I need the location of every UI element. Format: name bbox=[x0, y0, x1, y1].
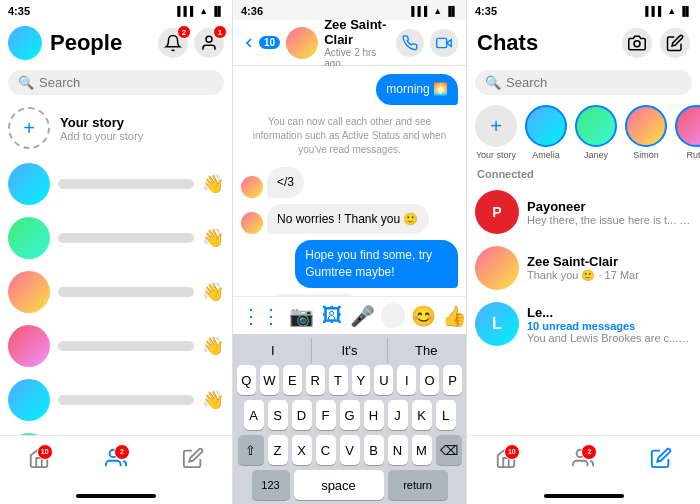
mic-icon[interactable]: 🎤 bbox=[350, 304, 375, 328]
icon-badge-2[interactable]: 1 bbox=[194, 28, 224, 58]
camera-chats-button[interactable] bbox=[622, 28, 652, 58]
suggestion-the[interactable]: The bbox=[388, 338, 464, 363]
compose-chats-button[interactable] bbox=[660, 28, 690, 58]
wave-icon[interactable]: 👋 bbox=[202, 389, 224, 411]
icon-badge-1[interactable]: 2 bbox=[158, 28, 188, 58]
chat-list-item-zee[interactable]: Zee Saint-Clair Thank you 🙂 · 17 Mar bbox=[467, 240, 700, 296]
svg-point-4 bbox=[634, 41, 640, 47]
key-x[interactable]: X bbox=[292, 435, 312, 465]
key-u[interactable]: U bbox=[374, 365, 393, 395]
camera-icon[interactable]: 📷 bbox=[289, 304, 314, 328]
battery-icon: ▐▌ bbox=[211, 6, 224, 16]
chat-name: Zee Saint-Clair bbox=[324, 17, 390, 47]
key-b[interactable]: B bbox=[364, 435, 384, 465]
chat-list-item-lewis[interactable]: L Le... 10 unread messages You and Lewis… bbox=[467, 296, 700, 352]
key-z[interactable]: Z bbox=[268, 435, 288, 465]
chat-header-actions bbox=[396, 29, 458, 57]
key-c[interactable]: C bbox=[316, 435, 336, 465]
key-r[interactable]: R bbox=[306, 365, 325, 395]
key-q[interactable]: Q bbox=[237, 365, 256, 395]
key-g[interactable]: G bbox=[340, 400, 360, 430]
key-j[interactable]: J bbox=[388, 400, 408, 430]
story-item-ruth[interactable]: Ruth bbox=[675, 105, 700, 160]
message-input-wrap bbox=[381, 303, 405, 328]
bottom-nav-home[interactable]: 10 bbox=[28, 447, 50, 469]
avatar bbox=[8, 271, 50, 313]
system-message: You can now call each other and see info… bbox=[241, 111, 458, 161]
list-item[interactable]: 👋 bbox=[0, 427, 232, 435]
key-a[interactable]: A bbox=[244, 400, 264, 430]
key-o[interactable]: O bbox=[420, 365, 439, 395]
image-icon[interactable]: 🖼 bbox=[322, 304, 342, 327]
wave-icon[interactable]: 👋 bbox=[202, 281, 224, 303]
signal-icon-chat: ▌▌▌ bbox=[411, 6, 430, 16]
wifi-icon-chat: ▲ bbox=[433, 6, 442, 16]
key-123[interactable]: 123 bbox=[252, 470, 290, 500]
key-f[interactable]: F bbox=[316, 400, 336, 430]
chat-list-item-payoneer[interactable]: P Payoneer Hey there, the issue here is … bbox=[467, 184, 700, 240]
add-story-button-chats[interactable]: + bbox=[475, 105, 517, 147]
search-bar-chats[interactable]: 🔍 bbox=[475, 70, 692, 95]
suggestion-its[interactable]: It's bbox=[312, 338, 389, 363]
call-button[interactable] bbox=[396, 29, 424, 57]
video-button[interactable] bbox=[430, 29, 458, 57]
key-space[interactable]: space bbox=[294, 470, 384, 500]
wave-icon[interactable]: 👋 bbox=[202, 335, 224, 357]
key-w[interactable]: W bbox=[260, 365, 279, 395]
bottom-nav-compose[interactable] bbox=[182, 447, 204, 469]
wifi-icon-chats: ▲ bbox=[667, 6, 676, 16]
svg-rect-3 bbox=[437, 38, 447, 47]
key-e[interactable]: E bbox=[283, 365, 302, 395]
header-icons: 2 1 bbox=[158, 28, 224, 58]
search-input-chats[interactable] bbox=[506, 75, 682, 90]
search-input-people[interactable] bbox=[39, 75, 214, 90]
key-p[interactable]: P bbox=[443, 365, 462, 395]
sender-avatar bbox=[241, 176, 263, 198]
key-s[interactable]: S bbox=[268, 400, 288, 430]
list-item[interactable]: 👋 bbox=[0, 319, 232, 373]
emoji-icon[interactable]: 😊 bbox=[411, 304, 436, 328]
key-backspace[interactable]: ⌫ bbox=[436, 435, 462, 465]
key-l[interactable]: L bbox=[436, 400, 456, 430]
bottom-nav-compose-chats[interactable] bbox=[650, 447, 672, 469]
key-return[interactable]: return bbox=[388, 470, 448, 500]
key-v[interactable]: V bbox=[340, 435, 360, 465]
key-h[interactable]: H bbox=[364, 400, 384, 430]
key-shift[interactable]: ⇧ bbox=[238, 435, 264, 465]
home-indicator-chats bbox=[467, 481, 700, 504]
home-bar bbox=[76, 494, 156, 498]
wave-icon[interactable]: 👋 bbox=[202, 173, 224, 195]
story-item-simon[interactable]: Simon bbox=[625, 105, 667, 160]
story-item-amelia[interactable]: Amelia bbox=[525, 105, 567, 160]
svg-point-0 bbox=[206, 36, 212, 42]
key-m[interactable]: M bbox=[412, 435, 432, 465]
key-n[interactable]: N bbox=[388, 435, 408, 465]
list-item[interactable]: 👋 bbox=[0, 373, 232, 427]
key-k[interactable]: K bbox=[412, 400, 432, 430]
grid-icon[interactable]: ⋮⋮ bbox=[241, 304, 281, 328]
back-button[interactable]: 10 bbox=[241, 35, 280, 51]
list-item[interactable]: 👋 bbox=[0, 265, 232, 319]
search-bar-people[interactable]: 🔍 bbox=[8, 70, 224, 95]
wave-icon[interactable]: 👋 bbox=[202, 227, 224, 249]
key-i[interactable]: I bbox=[397, 365, 416, 395]
chat-info-payoneer: Payoneer Hey there, the issue here is t.… bbox=[527, 199, 692, 226]
key-y[interactable]: Y bbox=[352, 365, 371, 395]
like-send-icon[interactable]: 👍 bbox=[442, 304, 467, 328]
story-avatar-janey bbox=[575, 105, 617, 147]
add-story-button[interactable]: + bbox=[8, 107, 50, 149]
message-row: No worries ! Thank you 🙂 bbox=[241, 204, 458, 235]
chat-header: 10 Zee Saint-Clair Active 2 hrs ago bbox=[233, 20, 466, 66]
suggestion-i[interactable]: I bbox=[235, 338, 312, 363]
story-item-janey[interactable]: Janey bbox=[575, 105, 617, 160]
chat-info-lewis: Le... 10 unread messages You and Lewis B… bbox=[527, 305, 692, 344]
bottom-nav-people-tab[interactable]: 2 bbox=[105, 447, 127, 469]
bottom-nav-home-chats[interactable]: 10 bbox=[495, 447, 517, 469]
list-item[interactable]: 👋 bbox=[0, 157, 232, 211]
list-item[interactable]: 👋 bbox=[0, 211, 232, 265]
bottom-nav-people-chats[interactable]: 2 bbox=[572, 447, 594, 469]
key-t[interactable]: T bbox=[329, 365, 348, 395]
avatar bbox=[8, 163, 50, 205]
message-bubble-received: </3 bbox=[267, 167, 304, 198]
key-d[interactable]: D bbox=[292, 400, 312, 430]
